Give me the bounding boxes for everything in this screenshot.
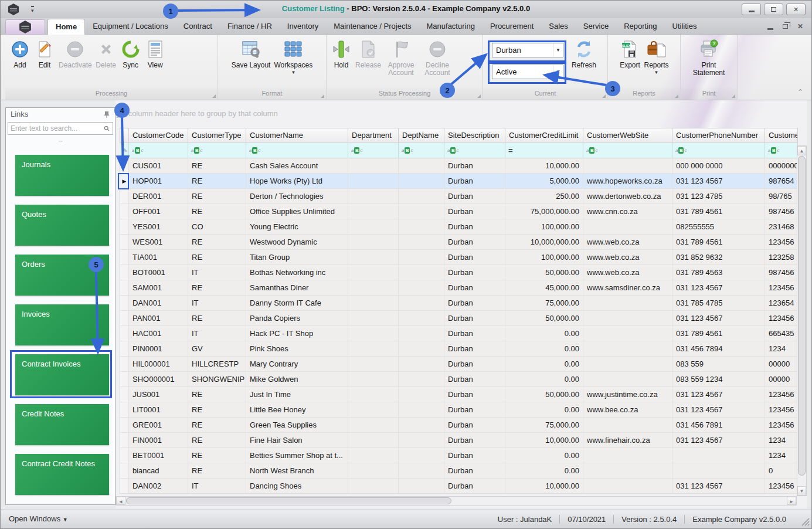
grid-cell[interactable]: 031 123 4567 (672, 311, 765, 326)
grid-cell[interactable]: IT (188, 479, 246, 494)
grid-cell[interactable]: RE (188, 158, 246, 174)
workspaces-button[interactable]: Workspaces ▼ (272, 38, 314, 76)
row-indicator[interactable] (120, 387, 129, 402)
grid-cell[interactable] (583, 418, 672, 433)
grid-cell[interactable]: Danny Storm IT Cafe (246, 296, 348, 311)
grid-cell[interactable] (348, 372, 399, 387)
dialog-launcher-icon[interactable] (602, 94, 606, 98)
grid-cell[interactable]: Durban (444, 219, 505, 235)
grid-cell[interactable] (583, 296, 672, 311)
grid-cell[interactable]: Durban (444, 296, 505, 311)
grid-cell[interactable]: 50,000.00 (505, 387, 583, 402)
grid-cell[interactable]: 1234 (765, 341, 798, 357)
grid-cell[interactable] (348, 204, 399, 219)
grid-cell[interactable] (583, 341, 672, 357)
grid-cell[interactable]: 083 559 1234 (672, 372, 765, 387)
grid-cell[interactable] (348, 341, 399, 357)
grid-cell[interactable]: 031 123 4567 (672, 433, 765, 448)
column-header-customercode[interactable]: CustomerCode (129, 128, 188, 143)
hold-button[interactable]: Hold (329, 38, 354, 70)
grid-cell[interactable]: HILLCRESTP (188, 357, 246, 372)
table-row[interactable]: CUS001RECash Sales AccountDurban10,000.0… (120, 158, 798, 174)
row-indicator[interactable] (120, 463, 129, 479)
grid-cell[interactable]: 031 789 4561 (672, 326, 765, 341)
grid-cell[interactable] (399, 174, 444, 189)
grid-cell[interactable]: 10,000.00 (505, 158, 583, 174)
grid-cell[interactable] (348, 433, 399, 448)
dialog-launcher-icon[interactable] (732, 94, 735, 98)
grid-cell[interactable]: 987654 (765, 174, 798, 189)
sidebar-item-contract-invoices[interactable]: Contract Invoices (15, 354, 109, 395)
dialog-launcher-icon[interactable] (477, 94, 481, 98)
grid-cell[interactable]: 100,000.00 (505, 250, 583, 265)
column-header-indicator[interactable] (120, 128, 129, 143)
grid-cell[interactable] (399, 433, 444, 448)
vertical-scrollbar[interactable]: ▲ ▼ (797, 145, 807, 496)
grid-cell[interactable]: Just In Time (246, 387, 348, 402)
grid-cell[interactable]: RE (188, 448, 246, 463)
grid-cell[interactable] (348, 463, 399, 479)
grid-cell[interactable]: 123456 (765, 280, 798, 296)
table-row[interactable]: WES001REWestwood DynamicDurban10,000,000… (120, 235, 798, 250)
table-row[interactable]: LIT0001RELittle Bee HoneyDurban0.00www.b… (120, 402, 798, 418)
grid-cell[interactable]: 50,000.00 (505, 311, 583, 326)
grid-cell[interactable]: Cash Sales Account (246, 158, 348, 174)
grid-cell[interactable]: Durban (444, 357, 505, 372)
row-indicator[interactable] (120, 280, 129, 296)
grid-cell[interactable]: 031 123 4567 (672, 479, 765, 494)
grid-cell[interactable] (583, 158, 672, 174)
tab-finance-hr[interactable]: Finance / HR (220, 19, 280, 35)
grid-cell[interactable]: 250.00 (505, 189, 583, 204)
grid-cell[interactable] (348, 402, 399, 418)
grid-cell[interactable]: Dancing Shoes (246, 479, 348, 494)
abc-filter-icon[interactable]: aBc (586, 147, 597, 154)
vertical-scroll-thumb[interactable] (798, 156, 806, 476)
tab-reporting[interactable]: Reporting (616, 19, 664, 35)
grid-cell[interactable]: HAC001 (129, 326, 188, 341)
grid-cell[interactable]: RE (188, 174, 246, 189)
tab-manufacturing[interactable]: Manufacturing (419, 19, 483, 35)
grid-cell[interactable]: Little Bee Honey (246, 402, 348, 418)
grid-cell[interactable] (348, 174, 399, 189)
grid-cell[interactable] (399, 479, 444, 494)
column-header-customerva[interactable]: CustomerVA (765, 128, 798, 143)
grid-cell[interactable]: Hack PC - IT Shop (246, 326, 348, 341)
grid-cell[interactable]: RE (188, 204, 246, 219)
grid-cell[interactable]: 031 123 4567 (672, 280, 765, 296)
filter-cell[interactable]: aBc (188, 143, 246, 158)
grid-cell[interactable]: Green Tea Supplies (246, 418, 348, 433)
grid-cell[interactable]: Durban (444, 463, 505, 479)
row-indicator[interactable] (120, 448, 129, 463)
grid-cell[interactable] (399, 357, 444, 372)
grid-cell[interactable]: SAM001 (129, 280, 188, 296)
table-row[interactable]: DAN001ITDanny Storm IT CafeDurban75,000.… (120, 296, 798, 311)
grid-cell[interactable]: BET0001 (129, 448, 188, 463)
grid-cell[interactable]: 123456 (765, 311, 798, 326)
grid-cell[interactable] (399, 204, 444, 219)
column-header-department[interactable]: Department (348, 128, 399, 143)
grid-cell[interactable] (399, 250, 444, 265)
table-row[interactable]: DER001REDerton / TechnologiesDurban250.0… (120, 189, 798, 204)
table-row[interactable]: ▶HOP001REHope Works (Pty) LtdDurban5,000… (120, 174, 798, 189)
grid-cell[interactable]: YES001 (129, 219, 188, 235)
grid-cell[interactable]: IT (188, 265, 246, 280)
grid-cell[interactable] (348, 265, 399, 280)
grid-cell[interactable] (348, 189, 399, 204)
grid-cell[interactable]: 1234 (765, 433, 798, 448)
grid-cell[interactable]: Titan Group (246, 250, 348, 265)
grid-cell[interactable]: 98/765 (765, 189, 798, 204)
grid-cell[interactable]: HIL000001 (129, 357, 188, 372)
grid-cell[interactable] (399, 311, 444, 326)
grid-cell[interactable]: Durban (444, 387, 505, 402)
grid-cell[interactable]: Durban (444, 235, 505, 250)
grid-cell[interactable]: www.hopeworks.co.za (583, 174, 672, 189)
grid-cell[interactable]: 031 789 4561 (672, 204, 765, 219)
status-dropdown[interactable]: Active ▼ (492, 65, 563, 79)
grid-cell[interactable]: 123456 (765, 387, 798, 402)
grid-cell[interactable]: 123456 (765, 479, 798, 494)
grid-cell[interactable]: Betties Summer Shop at t... (246, 448, 348, 463)
open-windows-dropdown[interactable]: Open Windows ▼ (9, 514, 68, 523)
grid-cell[interactable]: Durban (444, 433, 505, 448)
grid-cell[interactable]: 123456 (765, 418, 798, 433)
grid-cell[interactable]: Durban (444, 265, 505, 280)
